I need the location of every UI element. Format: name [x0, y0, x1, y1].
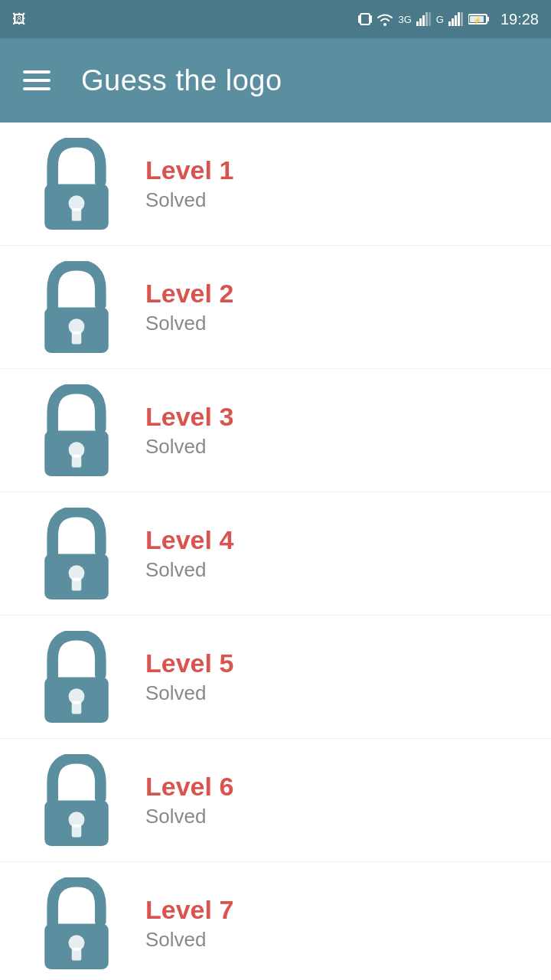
- level-name-2: Level 2: [145, 279, 233, 309]
- level-info-6: Level 6 Solved: [145, 772, 233, 828]
- signal-icon: [416, 12, 432, 26]
- network-g: G: [436, 14, 444, 25]
- svg-rect-34: [72, 825, 82, 838]
- svg-rect-7: [429, 12, 431, 26]
- status-icons: 3G G ⚡ 19:28: [358, 11, 539, 28]
- svg-rect-1: [358, 15, 360, 23]
- level-item-1[interactable]: Level 1 Solved: [0, 122, 551, 246]
- level-item-4[interactable]: Level 4 Solved: [0, 492, 551, 616]
- svg-rect-31: [72, 701, 82, 714]
- status-time: 19:28: [500, 11, 539, 28]
- svg-rect-10: [455, 15, 457, 26]
- svg-rect-37: [72, 948, 82, 961]
- level-item-6[interactable]: Level 6 Solved: [0, 739, 551, 862]
- svg-rect-28: [72, 578, 82, 591]
- network-3g: 3G: [398, 14, 411, 25]
- page-title: Guess the logo: [81, 64, 282, 97]
- level-item-5[interactable]: Level 5 Solved: [0, 616, 551, 739]
- level-status-5: Solved: [145, 681, 233, 705]
- lock-icon-6: [23, 754, 130, 846]
- lock-icon-7: [23, 877, 130, 969]
- level-info-3: Level 3 Solved: [145, 402, 233, 459]
- vibrate-icon: [358, 11, 372, 27]
- hamburger-line-1: [23, 70, 51, 74]
- level-name-4: Level 4: [145, 525, 233, 555]
- svg-rect-8: [448, 21, 451, 26]
- level-info-7: Level 7 Solved: [145, 895, 233, 952]
- level-status-2: Solved: [145, 312, 233, 335]
- level-name-6: Level 6: [145, 772, 233, 802]
- lock-icon-2: [23, 261, 130, 353]
- lock-icon-3: [23, 384, 130, 476]
- hamburger-line-3: [23, 87, 51, 90]
- svg-rect-22: [72, 332, 82, 345]
- level-name-3: Level 3: [145, 402, 233, 432]
- svg-rect-12: [461, 12, 463, 26]
- status-bar-left: 🖼: [12, 11, 26, 28]
- hamburger-line-2: [23, 79, 51, 82]
- level-status-7: Solved: [145, 928, 233, 952]
- level-name-5: Level 5: [145, 648, 233, 678]
- svg-rect-6: [425, 12, 428, 26]
- level-status-1: Solved: [145, 188, 233, 212]
- level-name-1: Level 1: [145, 155, 233, 185]
- status-bar: 🖼 3G G: [0, 0, 551, 38]
- signal-icon-2: [448, 12, 464, 26]
- battery-icon: ⚡: [468, 13, 490, 25]
- level-item-3[interactable]: Level 3 Solved: [0, 369, 551, 492]
- svg-text:⚡: ⚡: [473, 16, 482, 25]
- svg-rect-9: [452, 18, 454, 26]
- level-info-2: Level 2 Solved: [145, 279, 233, 335]
- level-info-5: Level 5 Solved: [145, 648, 233, 705]
- level-info-4: Level 4 Solved: [145, 525, 233, 582]
- svg-rect-3: [416, 21, 419, 26]
- lock-icon-5: [23, 631, 130, 723]
- svg-rect-0: [360, 14, 370, 24]
- hamburger-menu-button[interactable]: [23, 70, 51, 90]
- svg-rect-25: [72, 455, 82, 468]
- level-status-3: Solved: [145, 435, 233, 459]
- svg-rect-5: [422, 15, 425, 26]
- lock-icon-1: [23, 138, 130, 230]
- level-status-6: Solved: [145, 805, 233, 828]
- level-item-2[interactable]: Level 2 Solved: [0, 246, 551, 369]
- svg-rect-4: [419, 18, 422, 26]
- level-info-1: Level 1 Solved: [145, 155, 233, 212]
- level-list: Level 1 Solved Level 2 Solved: [0, 122, 551, 980]
- wifi-icon: [377, 12, 393, 26]
- level-item-7[interactable]: Level 7 Solved: [0, 862, 551, 980]
- svg-rect-2: [370, 15, 372, 23]
- svg-rect-14: [487, 17, 489, 21]
- lock-icon-4: [23, 508, 130, 599]
- top-bar: Guess the logo: [0, 38, 551, 122]
- svg-rect-19: [72, 208, 82, 221]
- level-status-4: Solved: [145, 558, 233, 582]
- svg-rect-11: [458, 12, 460, 26]
- level-name-7: Level 7: [145, 895, 233, 925]
